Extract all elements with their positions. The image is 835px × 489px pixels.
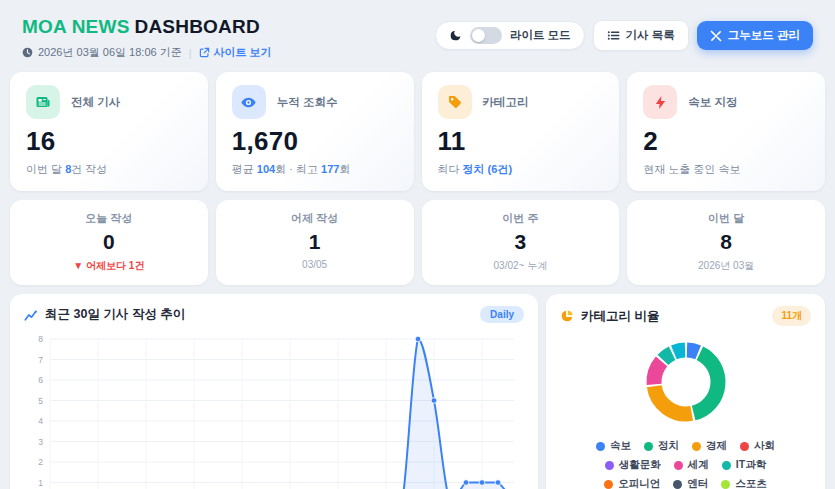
legend-label: IT과학 bbox=[736, 458, 766, 472]
site-view-label: 사이트 보기 bbox=[214, 45, 272, 60]
legend-dot bbox=[674, 461, 683, 470]
line-chart-svg: 01234567802-0502-0802-1102-1402-1702-200… bbox=[24, 331, 522, 489]
svg-text:5: 5 bbox=[38, 396, 43, 406]
sub-highlight: 177 bbox=[321, 163, 339, 175]
period-subtext: ▼ 어제보다 1건 bbox=[18, 259, 200, 273]
period-sub-label: 2026년 03월 bbox=[698, 260, 754, 271]
bolt-icon bbox=[643, 85, 677, 119]
stat-subtext: 평균 104회 · 최고 177회 bbox=[232, 162, 398, 177]
admin-button-label: 그누보드 관리 bbox=[728, 28, 800, 43]
period-subtext: 2026년 03월 bbox=[635, 259, 817, 273]
period-card-yesterday: 어제 작성 1 03/05 bbox=[216, 200, 414, 285]
stat-card-total-views: 누적 조회수 1,670 평균 104회 · 최고 177회 bbox=[216, 72, 414, 191]
legend-item: 경제 bbox=[692, 439, 727, 453]
period-card-today: 오늘 작성 0 ▼ 어제보다 1건 bbox=[10, 200, 208, 285]
sub-highlight: 104 bbox=[257, 163, 275, 175]
sub-highlight: 정치 (6건) bbox=[463, 163, 513, 175]
period-sub-label: 03/02~ 누계 bbox=[494, 260, 548, 271]
stat-value: 16 bbox=[26, 128, 192, 154]
page-title-brand: MOA NEWS bbox=[22, 16, 130, 37]
legend-item: 정치 bbox=[644, 439, 679, 453]
period-subtext: 03/05 bbox=[224, 259, 406, 270]
legend-label: 엔터 bbox=[687, 477, 708, 489]
legend-item: 사회 bbox=[740, 439, 775, 453]
legend-row: 생활문화세계IT과학 bbox=[560, 458, 811, 472]
legend-label: 속보 bbox=[610, 439, 631, 453]
theme-toggle-pill[interactable]: 라이트 모드 bbox=[435, 21, 585, 50]
stat-label: 속보 지정 bbox=[688, 95, 737, 110]
legend-dot bbox=[673, 480, 682, 489]
timestamp: 2026년 03월 06일 18:06 기준 bbox=[38, 45, 182, 60]
header-left: MOA NEWSDASHBOARD 2026년 03월 06일 18:06 기준… bbox=[22, 16, 272, 60]
clock-icon bbox=[22, 47, 33, 58]
sub-text: 회 · 최고 bbox=[275, 163, 321, 175]
newspaper-icon bbox=[26, 85, 60, 119]
period-value: 3 bbox=[430, 231, 612, 252]
legend-label: 생활문화 bbox=[619, 458, 661, 472]
legend-item: 오피니언 bbox=[604, 477, 660, 489]
admin-button[interactable]: 그누보드 관리 bbox=[697, 21, 813, 50]
legend-dot bbox=[692, 442, 701, 451]
period-value: 0 bbox=[18, 231, 200, 252]
svg-text:6: 6 bbox=[38, 375, 43, 385]
legend-dot bbox=[722, 461, 731, 470]
page-title: MOA NEWSDASHBOARD bbox=[22, 16, 272, 38]
donut-chart-panel: 카테고리 비율 11개 속보정치경제사회생활문화세계IT과학오피니언엔터스포츠공… bbox=[546, 294, 825, 489]
legend-item: 엔터 bbox=[673, 477, 708, 489]
stat-value: 11 bbox=[438, 128, 604, 154]
legend-dot bbox=[605, 461, 614, 470]
meta-separator: | bbox=[189, 47, 192, 59]
donut-chart-svg bbox=[634, 330, 738, 434]
svg-text:4: 4 bbox=[38, 416, 43, 426]
stat-value: 1,670 bbox=[232, 128, 398, 154]
period-card-month: 이번 달 8 2026년 03월 bbox=[627, 200, 825, 285]
article-list-button[interactable]: 기사 목록 bbox=[593, 20, 689, 51]
switch-knob bbox=[472, 29, 485, 42]
svg-text:7: 7 bbox=[38, 355, 43, 365]
period-sub-label: 03/05 bbox=[302, 259, 327, 270]
page-title-section: DASHBOARD bbox=[135, 16, 260, 37]
svg-text:1: 1 bbox=[38, 478, 43, 488]
legend-dot bbox=[604, 480, 613, 489]
stat-label: 누적 조회수 bbox=[277, 95, 338, 110]
donut-chart-title-group: 카테고리 비율 bbox=[560, 308, 659, 325]
light-mode-switch[interactable] bbox=[470, 27, 502, 44]
donut-chart bbox=[560, 330, 811, 434]
site-view-link[interactable]: 사이트 보기 bbox=[199, 45, 272, 60]
pie-chart-icon bbox=[560, 309, 574, 323]
sub-text: 건 작성 bbox=[71, 163, 107, 175]
wrench-icon bbox=[710, 30, 722, 42]
daily-badge: Daily bbox=[480, 306, 524, 323]
list-icon bbox=[607, 29, 620, 42]
line-chart-title: 최근 30일 기사 작성 추이 bbox=[45, 306, 185, 323]
period-card-week: 이번 주 3 03/02~ 누계 bbox=[422, 200, 620, 285]
legend-label: 세계 bbox=[688, 458, 709, 472]
dashboard-page: MOA NEWSDASHBOARD 2026년 03월 06일 18:06 기준… bbox=[0, 0, 835, 489]
legend-row: 속보정치경제사회 bbox=[560, 439, 811, 453]
stat-label: 전체 기사 bbox=[71, 95, 120, 110]
stat-subtext: 최다 정치 (6건) bbox=[438, 162, 604, 177]
donut-chart-header: 카테고리 비율 11개 bbox=[560, 306, 811, 326]
stats-row: 전체 기사 16 이번 달 8건 작성 누적 조회수 1,670 평균 104회… bbox=[10, 72, 825, 191]
period-value: 8 bbox=[635, 231, 817, 252]
external-link-icon bbox=[199, 47, 210, 58]
tag-icon bbox=[438, 85, 472, 119]
header: MOA NEWSDASHBOARD 2026년 03월 06일 18:06 기준… bbox=[10, 12, 825, 62]
legend-label: 오피니언 bbox=[618, 477, 660, 489]
legend-label: 정치 bbox=[658, 439, 679, 453]
donut-chart-title: 카테고리 비율 bbox=[581, 308, 659, 325]
period-value: 1 bbox=[224, 231, 406, 252]
stat-value: 2 bbox=[643, 128, 809, 154]
eye-icon bbox=[232, 85, 266, 119]
period-sub-label: ▼ 어제보다 1건 bbox=[73, 260, 144, 271]
legend-label: 경제 bbox=[706, 439, 727, 453]
period-label: 어제 작성 bbox=[224, 211, 406, 226]
category-count-badge: 11개 bbox=[772, 306, 811, 326]
line-chart-panel: 최근 30일 기사 작성 추이 Daily 01234567802-0502-0… bbox=[10, 294, 538, 489]
stat-subtext: 이번 달 8건 작성 bbox=[26, 162, 192, 177]
line-chart-title-group: 최근 30일 기사 작성 추이 bbox=[24, 306, 185, 323]
legend-item: 스포츠 bbox=[721, 477, 767, 489]
svg-text:8: 8 bbox=[38, 334, 43, 344]
moon-icon bbox=[449, 29, 462, 42]
header-controls: 라이트 모드 기사 목록 그누보드 관리 bbox=[435, 20, 813, 51]
